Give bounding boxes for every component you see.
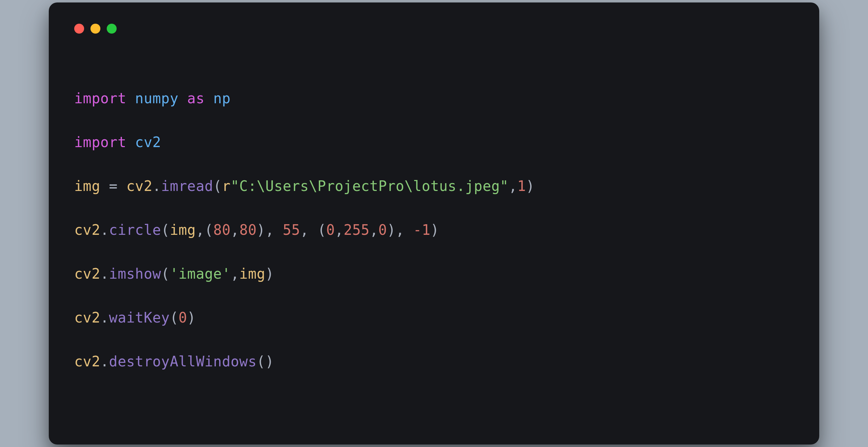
keyword: import [74, 90, 127, 106]
number: 0 [178, 309, 187, 326]
traffic-lights [74, 24, 794, 34]
module: numpy [135, 90, 178, 106]
comma: , [335, 222, 344, 238]
code-line: import numpy as np [74, 87, 794, 109]
paren: ) [265, 353, 274, 370]
number: 80 [239, 222, 257, 238]
close-icon[interactable] [74, 24, 84, 34]
paren: ) [526, 178, 535, 194]
paren: ( [170, 309, 178, 326]
number: 1 [517, 178, 526, 194]
paren: ( [213, 178, 222, 194]
code-line: cv2.waitKey(0) [74, 307, 794, 329]
paren: ) [430, 222, 439, 238]
paren: ( [161, 222, 170, 238]
function: circle [109, 222, 161, 238]
paren: ) [187, 309, 196, 326]
keyword: as [187, 90, 205, 106]
variable: img [74, 178, 100, 194]
maximize-icon[interactable] [107, 24, 117, 34]
number: 0 [379, 222, 387, 238]
variable: cv2 [127, 178, 153, 194]
code-line: cv2.circle(img,(80,80), 55, (0,255,0), -… [74, 219, 794, 241]
dot: . [100, 222, 109, 238]
code-line: cv2.imshow('image',img) [74, 263, 794, 285]
operator: = [100, 178, 127, 194]
variable: cv2 [74, 222, 100, 238]
paren: ( [161, 266, 170, 282]
code-block: import numpy as np import cv2 img = cv2.… [74, 65, 794, 416]
number: 255 [344, 222, 370, 238]
comma: , [396, 222, 413, 238]
function: destroyAllWindows [109, 353, 257, 370]
variable: cv2 [74, 266, 100, 282]
comma: , [300, 222, 317, 238]
number: -1 [413, 222, 430, 238]
comma: , [370, 222, 379, 238]
number: 55 [283, 222, 300, 238]
variable: img [170, 222, 196, 238]
paren: ( [257, 353, 265, 370]
alias: np [213, 90, 230, 106]
comma: , [509, 178, 517, 194]
space [205, 90, 213, 106]
paren: ) [387, 222, 396, 238]
variable: cv2 [74, 309, 100, 326]
number: 0 [326, 222, 335, 238]
function: imshow [109, 266, 161, 282]
code-line: cv2.destroyAllWindows() [74, 350, 794, 372]
paren: ) [265, 266, 274, 282]
module: cv2 [135, 134, 161, 150]
space [178, 90, 187, 106]
string: "C:\Users\ProjectPro\lotus.jpeg" [231, 178, 509, 194]
variable: img [239, 266, 265, 282]
paren: ( [317, 222, 326, 238]
code-line: import cv2 [74, 131, 794, 153]
comma: , [265, 222, 283, 238]
function: imread [161, 178, 213, 194]
dot: . [100, 309, 109, 326]
dot: . [100, 266, 109, 282]
minimize-icon[interactable] [90, 24, 100, 34]
paren: ) [257, 222, 265, 238]
number: 80 [213, 222, 230, 238]
comma: , [196, 222, 205, 238]
comma: , [231, 266, 240, 282]
dot: . [152, 178, 161, 194]
comma: , [231, 222, 240, 238]
function: waitKey [109, 309, 170, 326]
dot: . [100, 353, 109, 370]
paren: ( [205, 222, 213, 238]
string-prefix: r [222, 178, 231, 194]
code-window: import numpy as np import cv2 img = cv2.… [49, 2, 819, 445]
code-line: img = cv2.imread(r"C:\Users\ProjectPro\l… [74, 175, 794, 197]
variable: cv2 [74, 353, 100, 370]
space [127, 90, 135, 106]
space [127, 134, 135, 150]
string: 'image' [170, 266, 230, 282]
keyword: import [74, 134, 127, 150]
